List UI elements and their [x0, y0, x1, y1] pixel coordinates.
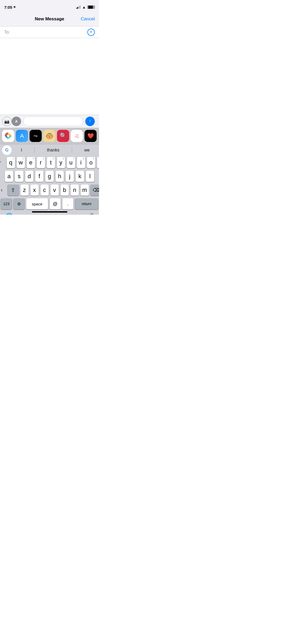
gear-key[interactable]: ⚙ [13, 198, 25, 209]
signal-bars [76, 6, 81, 9]
key-num-8: 8 [83, 158, 84, 160]
app-icon-photos[interactable] [2, 130, 14, 142]
key-n[interactable]: n [70, 185, 79, 196]
music-icon: ♫ [75, 132, 79, 139]
globe-search-icon: 🔍 [60, 132, 67, 139]
message-input-bar: ↑ [21, 117, 97, 126]
home-indicator [32, 211, 67, 213]
send-icon: ↑ [89, 119, 91, 123]
battery-icon [87, 6, 95, 9]
key-num-6: 6 [63, 158, 64, 160]
app-icon-love[interactable]: ❤️ [84, 130, 97, 142]
app-icons-row: A Pay 🐵 🔍 ♫ ❤️ [0, 128, 99, 144]
cancel-button[interactable]: Cancel [81, 16, 95, 22]
key-v[interactable]: v [50, 185, 59, 196]
key-t[interactable]: t5 [47, 157, 55, 168]
input-strip: 📷 A ↑ [0, 115, 99, 128]
key-s[interactable]: s [15, 171, 23, 182]
pred-divider-2 [72, 147, 72, 153]
dot-key[interactable]: . [62, 198, 73, 209]
monkey-icon: 🐵 [45, 132, 54, 140]
appstore-icon: A [20, 132, 24, 139]
pred-word-3[interactable]: we [82, 147, 92, 154]
back-arrow-button[interactable]: ‹ [0, 187, 6, 194]
status-icons: ▲ [76, 5, 95, 9]
signal-bar-2 [77, 7, 78, 9]
at-key[interactable]: @ [50, 198, 61, 209]
keyboard-row-2: a s d f g h j k l [0, 169, 99, 183]
add-recipient-button[interactable]: + [87, 29, 95, 36]
app-icon-monkey[interactable]: 🐵 [43, 130, 55, 142]
pred-divider-1 [34, 147, 35, 153]
signal-bar-4 [80, 5, 81, 9]
camera-button[interactable]: 📷 [2, 117, 12, 126]
applepay-icon: Pay [34, 135, 38, 137]
key-d[interactable]: d [25, 171, 34, 182]
delete-key[interactable]: ⌫ [91, 185, 99, 196]
signal-bar-1 [76, 8, 77, 9]
appstore-strip-icon: A [15, 119, 18, 123]
to-field: To: + [0, 26, 99, 38]
pred-word-2[interactable]: thanks [45, 147, 62, 154]
to-input[interactable] [12, 30, 87, 35]
shift-key[interactable]: ⇧ [8, 185, 19, 196]
key-q[interactable]: q1 [7, 157, 15, 168]
app-icon-music[interactable]: ♫ [71, 130, 83, 142]
appstore-strip-button[interactable]: A [12, 117, 21, 126]
key-f[interactable]: f [35, 171, 44, 182]
key-c[interactable]: c [40, 185, 49, 196]
key-r[interactable]: r4 [37, 157, 45, 168]
key-e[interactable]: e3 [27, 157, 35, 168]
predictive-words: I thanks we [14, 147, 97, 154]
google-button[interactable]: G [2, 145, 12, 155]
key-l[interactable]: l [86, 171, 94, 182]
key-m[interactable]: m [81, 185, 89, 196]
key-num-1: 1 [12, 158, 14, 160]
key-z[interactable]: z [20, 185, 29, 196]
message-input[interactable] [23, 117, 83, 126]
nav-title: New Message [35, 16, 64, 22]
key-o[interactable]: o9 [87, 157, 95, 168]
app-icon-applepay[interactable]: Pay [30, 130, 42, 142]
photos-icon [4, 132, 12, 140]
key-j[interactable]: j [65, 171, 74, 182]
wifi-icon: ▲ [82, 5, 86, 9]
key-h[interactable]: h [55, 171, 64, 182]
location-icon: ✈ [13, 5, 16, 9]
keyboard-row-3: ‹ ⇧ z x c v b n m ⌫ [0, 183, 99, 197]
return-key[interactable]: return [75, 198, 98, 209]
svg-point-1 [7, 135, 10, 137]
key-a[interactable]: a [5, 171, 13, 182]
key-i[interactable]: i8 [77, 157, 85, 168]
status-time: 7:05 ✈ [4, 5, 16, 10]
google-icon: G [5, 148, 8, 153]
key-num-5: 5 [53, 158, 54, 160]
key-p[interactable]: p0 [97, 157, 99, 168]
numbers-key[interactable]: 123 [1, 198, 12, 209]
key-num-7: 7 [73, 158, 74, 160]
key-u[interactable]: u7 [67, 157, 75, 168]
to-label: To: [4, 30, 10, 35]
nav-header: New Message Cancel [0, 12, 99, 26]
pred-word-1[interactable]: I [19, 147, 24, 154]
predictive-bar: G I thanks we [0, 144, 99, 156]
key-w[interactable]: w2 [17, 157, 25, 168]
key-y[interactable]: y6 [57, 157, 65, 168]
key-x[interactable]: x [30, 185, 39, 196]
space-key[interactable]: space [26, 198, 48, 209]
microphone-button[interactable]: 🎤 [86, 213, 94, 215]
app-icon-globe-search[interactable]: 🔍 [57, 130, 69, 142]
message-area[interactable] [0, 38, 99, 115]
expand-keyboard-button[interactable]: ⤢ [0, 157, 5, 168]
keyboard-row-1: ⤢ q1 w2 e3 r4 t5 y6 u7 i8 o9 p0 [0, 156, 99, 169]
key-num-2: 2 [22, 158, 24, 160]
key-b[interactable]: b [60, 185, 69, 196]
send-button[interactable]: ↑ [85, 117, 95, 126]
globe-button[interactable]: 🌐 [5, 213, 13, 215]
app-icon-appstore[interactable]: A [16, 130, 28, 142]
key-k[interactable]: k [76, 171, 84, 182]
key-g[interactable]: g [45, 171, 54, 182]
key-num-9: 9 [93, 158, 94, 160]
love-icon: ❤️ [87, 133, 94, 139]
time-display: 7:05 [4, 5, 12, 10]
